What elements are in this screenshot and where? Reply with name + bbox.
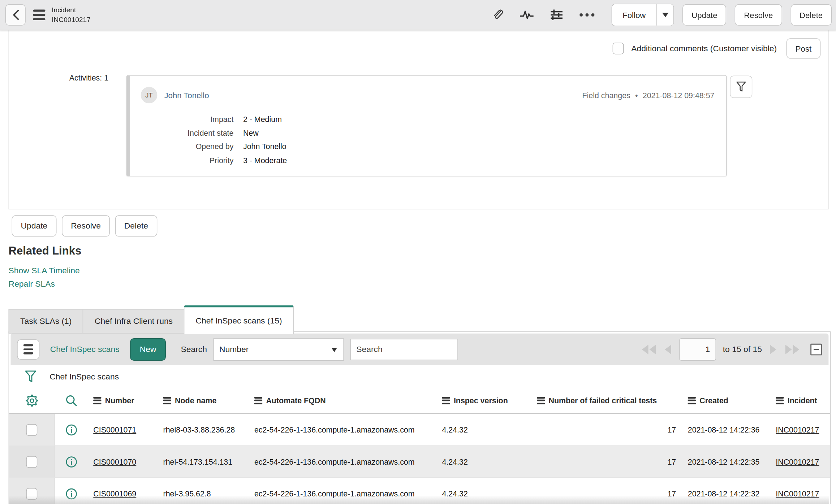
column-menu-icon [442,397,450,404]
info-icon[interactable] [65,423,78,436]
record-title: Incident INC0010217 [52,5,91,24]
pagination: to 15 of 15 [641,338,822,360]
sliders-icon [550,9,563,21]
incident-link[interactable]: INC0010217 [776,425,819,434]
field-change-row: Impact 2 - Medium [127,113,726,127]
form-actions: Update Resolve Delete [12,215,157,236]
field-change-row: Priority 3 - Moderate [127,154,726,168]
column-header-node-name[interactable]: Node name [158,396,249,405]
search-field-select[interactable]: Number [214,338,344,360]
update-button[interactable]: Update [682,4,727,26]
context-menu-icon[interactable] [33,10,45,21]
more-options-button[interactable] [576,13,598,17]
attachment-button[interactable] [489,8,507,22]
gear-icon[interactable] [25,394,39,407]
previous-page-button[interactable] [664,343,672,355]
more-options-icon [579,13,594,17]
column-label: Incident [788,396,817,405]
activity-meta: Field changes • 2021-08-12 09:48:57 [582,91,715,100]
activity-field-changes: Impact 2 - Medium Incident state New Ope… [127,113,726,168]
header-bar: Incident INC0010217 [0,0,836,30]
list-toolbar: Chef InSpec scans New Search Number to 1… [11,334,829,365]
follow-split-button: Follow [611,4,674,26]
back-button[interactable] [5,4,26,26]
inspec-version-cell: 4.24.32 [437,457,532,466]
last-page-button[interactable] [784,343,800,355]
column-header-inspec-version[interactable]: Inspec version [437,396,532,405]
column-menu-icon [163,397,171,404]
failed-tests-cell: 17 [531,489,682,498]
incident-link[interactable]: INC0010217 [776,457,819,466]
paperclip-icon [492,9,504,21]
column-menu-icon [93,397,101,404]
new-button[interactable]: New [130,338,166,360]
delete-button[interactable]: Delete [115,215,157,236]
row-checkbox[interactable] [26,424,37,435]
filter-funnel-icon[interactable] [25,370,36,383]
resolve-button[interactable]: Resolve [735,4,782,26]
delete-button[interactable]: Delete [790,4,832,26]
repair-slas-link[interactable]: Repair SLAs [9,279,55,289]
column-header-automate-fqdn[interactable]: Automate FQDN [249,396,436,405]
column-menu-icon [254,397,262,404]
page-input[interactable] [679,338,716,360]
failed-tests-cell: 17 [531,457,682,466]
next-page-button[interactable] [769,343,777,355]
update-button[interactable]: Update [12,215,56,236]
info-icon[interactable] [65,487,78,500]
additional-comments-checkbox[interactable] [613,43,624,54]
activity-filter-button[interactable] [730,76,752,98]
follow-dropdown-button[interactable] [656,4,673,26]
field-change-row: Incident state New [127,126,726,140]
breadcrumb-label[interactable]: Chef InSpec scans [49,372,119,381]
chevron-down-icon [662,13,668,20]
column-header-number[interactable]: Number [88,396,158,405]
row-checkbox[interactable] [26,456,37,468]
activity-author[interactable]: John Tonello [164,91,209,100]
scan-number-link[interactable]: CIS0001071 [93,425,136,434]
pulse-icon [520,9,533,21]
follow-button[interactable]: Follow [612,4,656,26]
list-menu-button[interactable] [17,339,39,359]
row-preview-cell [55,487,88,500]
column-header-incident[interactable]: Incident [770,396,830,405]
activity-stream-button[interactable] [517,9,537,21]
next-page-icon [770,344,776,354]
previous-page-icon [665,344,671,354]
list-title-link[interactable]: Chef InSpec scans [50,344,120,354]
scan-number-link[interactable]: CIS0001070 [93,457,136,466]
column-label: Created [699,396,728,405]
search-input[interactable] [350,339,458,360]
scan-number-link[interactable]: CIS0001069 [93,489,136,498]
resolve-button[interactable]: Resolve [62,215,110,236]
incident-link[interactable]: INC0010217 [776,489,819,498]
tab-chef-inspec-scans[interactable]: Chef InSpec scans (15) [184,305,294,334]
node-name-cell: rhel-3.95.62.8 [158,489,249,498]
search-field-selected: Number [214,344,325,354]
table-row: CIS0001069 rhel-3.95.62.8 ec2-54-226-1-1… [9,478,830,504]
chevron-left-icon [12,10,19,21]
activity-type: Field changes [582,91,630,100]
row-preview-cell [55,423,88,436]
search-label: Search [181,344,207,354]
tab-chef-infra-client-runs[interactable]: Chef Infra Client runs [83,309,184,334]
record-number-label: INC0010217 [52,15,91,24]
additional-comments-label: Additional comments (Customer visible) [631,44,777,53]
column-header-created[interactable]: Created [682,396,771,405]
collapse-list-button[interactable] [810,343,822,355]
first-page-button[interactable] [641,343,656,355]
info-icon[interactable] [65,455,78,468]
chevron-down-icon [332,348,337,355]
field-label: Priority [127,154,233,168]
personalize-form-button[interactable] [546,8,566,22]
column-header-failed-tests[interactable]: Number of failed critical tests [531,396,682,405]
search-icon[interactable] [65,394,78,407]
row-checkbox[interactable] [26,488,37,499]
related-lists-tabs: Task SLAs (1) Chef Infra Client runs Che… [9,305,293,334]
show-sla-timeline-link[interactable]: Show SLA Timeline [9,266,80,275]
column-label: Number of failed critical tests [549,396,657,405]
post-button[interactable]: Post [787,38,820,58]
created-cell: 2021-08-12 14:22:36 [682,425,771,434]
column-menu-icon [776,397,784,404]
tab-task-slas[interactable]: Task SLAs (1) [9,309,83,334]
